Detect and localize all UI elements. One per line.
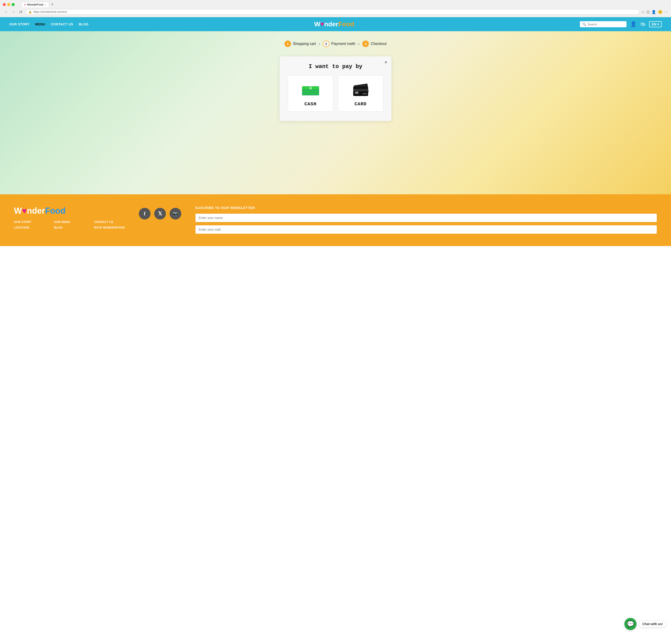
site-logo: W♥nderFood bbox=[314, 21, 354, 28]
browser-chrome: ♥ WonderFood × + ← → ↺ 🔒 https://wonderf… bbox=[0, 0, 671, 17]
maximize-traffic-light[interactable] bbox=[12, 3, 15, 6]
card-icon bbox=[351, 83, 370, 98]
step-2-label: Payment meth bbox=[331, 42, 355, 46]
svg-rect-10 bbox=[353, 89, 368, 91]
refresh-button[interactable]: ↺ bbox=[18, 9, 24, 15]
instagram-symbol: 📷 bbox=[173, 211, 178, 216]
cash-icon: $ bbox=[301, 83, 320, 98]
step-3-number: 3 bbox=[362, 40, 369, 47]
footer-link-blog[interactable]: BLOG bbox=[54, 226, 85, 229]
step-arrow-1: › bbox=[319, 41, 320, 46]
step-1-label: Shopping cart bbox=[293, 42, 316, 46]
modal-title: I want to pay by bbox=[287, 63, 384, 70]
step-2: 2 Payment meth bbox=[323, 40, 355, 47]
user-icon-button[interactable]: 👤 bbox=[630, 21, 636, 27]
modal-close-button[interactable]: × bbox=[384, 60, 387, 65]
forward-button[interactable]: → bbox=[10, 9, 17, 15]
traffic-lights bbox=[3, 3, 15, 6]
payment-option-cash[interactable]: $ CASH bbox=[288, 75, 333, 112]
twitter-symbol: 𝕏 bbox=[158, 211, 162, 217]
facebook-icon[interactable]: f bbox=[139, 208, 151, 219]
emoji-button[interactable]: 🙂 bbox=[658, 10, 663, 14]
svg-point-13 bbox=[364, 93, 365, 94]
step-1-number: 1 bbox=[284, 40, 291, 47]
step-1: 1 Shopping cart bbox=[284, 40, 316, 47]
header-nav: OUR STORY MENU CONTACT US BLOG bbox=[9, 22, 89, 26]
instagram-icon[interactable]: 📷 bbox=[169, 208, 181, 219]
language-selector[interactable]: EN ▾ bbox=[649, 21, 662, 27]
search-icon: 🔍 bbox=[582, 22, 586, 26]
logo-heart-icon: ♥ bbox=[320, 21, 324, 28]
svg-point-12 bbox=[363, 93, 364, 94]
step-arrow-2: › bbox=[358, 41, 359, 46]
active-tab[interactable]: ♥ WonderFood × bbox=[21, 2, 49, 7]
navigation-buttons: ← → ↺ bbox=[3, 9, 24, 15]
site-header: OUR STORY MENU CONTACT US BLOG W♥nderFoo… bbox=[0, 17, 671, 31]
search-bar[interactable]: 🔍 bbox=[580, 21, 626, 27]
tab-close-button[interactable]: × bbox=[45, 3, 46, 6]
footer-link-rate[interactable]: RATE WONDERFOOD bbox=[94, 226, 125, 229]
footer-logo-section: W♥nderFood OUR STORY OUR MENU CONTACT US… bbox=[14, 206, 125, 229]
step-3-label: Checkout bbox=[371, 42, 387, 46]
footer-logo-food: Food bbox=[45, 206, 65, 215]
more-button[interactable]: ⋯ bbox=[664, 10, 668, 14]
payment-options: $ CASH bbox=[287, 75, 384, 112]
browser-actions: ☆ ⊡ 👤 🙂 ⋯ bbox=[642, 10, 668, 14]
facebook-symbol: f bbox=[144, 211, 145, 217]
language-label: EN bbox=[652, 22, 656, 26]
nav-our-story[interactable]: OUR STORY bbox=[9, 22, 29, 26]
tab-title: WonderFood bbox=[27, 3, 43, 6]
modal-container: × I want to pay by bbox=[0, 56, 671, 121]
bookmark-button[interactable]: ⊡ bbox=[647, 10, 649, 14]
search-input[interactable] bbox=[587, 23, 625, 26]
footer-nav: OUR STORY OUR MENU CONTACT US LOCATION B… bbox=[14, 220, 125, 229]
chevron-down-icon: ▾ bbox=[657, 22, 659, 26]
footer-link-our-menu[interactable]: OUR MENU bbox=[54, 220, 85, 224]
steps-breadcrumb: 1 Shopping cart › 2 Payment meth › 3 Che… bbox=[0, 40, 671, 47]
new-tab-button[interactable]: + bbox=[50, 2, 54, 7]
footer-link-our-story[interactable]: OUR STORY bbox=[14, 220, 45, 224]
step-3: 3 Checkout bbox=[362, 40, 387, 47]
close-traffic-light[interactable] bbox=[3, 3, 6, 6]
address-bar: ← → ↺ 🔒 https://wonderfood.com/en/ ☆ ⊡ 👤… bbox=[3, 9, 668, 15]
main-content: 1 Shopping cart › 2 Payment meth › 3 Che… bbox=[0, 31, 671, 194]
footer-link-location[interactable]: LOCATION bbox=[14, 226, 45, 229]
step-2-number: 2 bbox=[323, 40, 329, 47]
lock-icon: 🔒 bbox=[28, 10, 32, 13]
footer-newsletter: SUSCRIBE TO OUR NEWSLETTER bbox=[195, 206, 657, 237]
newsletter-name-input[interactable] bbox=[195, 213, 657, 222]
svg-text:$: $ bbox=[310, 87, 311, 89]
back-button[interactable]: ← bbox=[3, 9, 9, 15]
logo-wonder-text: W bbox=[314, 21, 320, 28]
footer-logo-nder: nder bbox=[27, 206, 45, 215]
card-label: CARD bbox=[354, 101, 367, 107]
nav-blog[interactable]: BLOG bbox=[79, 22, 89, 26]
site-footer: W♥nderFood OUR STORY OUR MENU CONTACT US… bbox=[0, 194, 671, 246]
footer-logo-heart: ♥ bbox=[22, 206, 27, 215]
star-button[interactable]: ☆ bbox=[642, 10, 645, 14]
footer-link-contact-us[interactable]: CONTACT US bbox=[94, 220, 125, 224]
logo-food-text: Food bbox=[338, 21, 354, 28]
logo-nder-text: nder bbox=[324, 21, 338, 28]
newsletter-title: SUSCRIBE TO OUR NEWSLETTER bbox=[195, 206, 657, 210]
url-bar[interactable]: 🔒 https://wonderfood.com/en/ bbox=[25, 9, 640, 15]
url-text: https://wonderfood.com/en/ bbox=[33, 10, 67, 13]
payment-modal: × I want to pay by bbox=[280, 56, 391, 121]
footer-social: f 𝕏 📷 bbox=[139, 206, 181, 219]
profile-button[interactable]: 👤 bbox=[651, 10, 656, 14]
footer-logo-wonder: W bbox=[14, 206, 22, 215]
twitter-icon[interactable]: 𝕏 bbox=[154, 208, 166, 219]
tab-favicon: ♥ bbox=[24, 3, 26, 6]
nav-contact-us[interactable]: CONTACT US bbox=[51, 22, 73, 26]
nav-menu[interactable]: MENU bbox=[35, 22, 45, 26]
payment-option-card[interactable]: CARD bbox=[338, 75, 383, 112]
svg-rect-9 bbox=[353, 87, 368, 96]
cart-icon-button[interactable]: 🛍 bbox=[640, 21, 645, 27]
footer-logo: W♥nderFood bbox=[14, 206, 125, 216]
svg-point-14 bbox=[366, 93, 367, 94]
minimize-traffic-light[interactable] bbox=[7, 3, 10, 6]
header-right: 🔍 👤 🛍 EN ▾ bbox=[580, 21, 662, 27]
newsletter-email-input[interactable] bbox=[195, 225, 657, 234]
tab-bar: ♥ WonderFood × + bbox=[21, 2, 54, 7]
cash-label: CASH bbox=[304, 101, 316, 107]
